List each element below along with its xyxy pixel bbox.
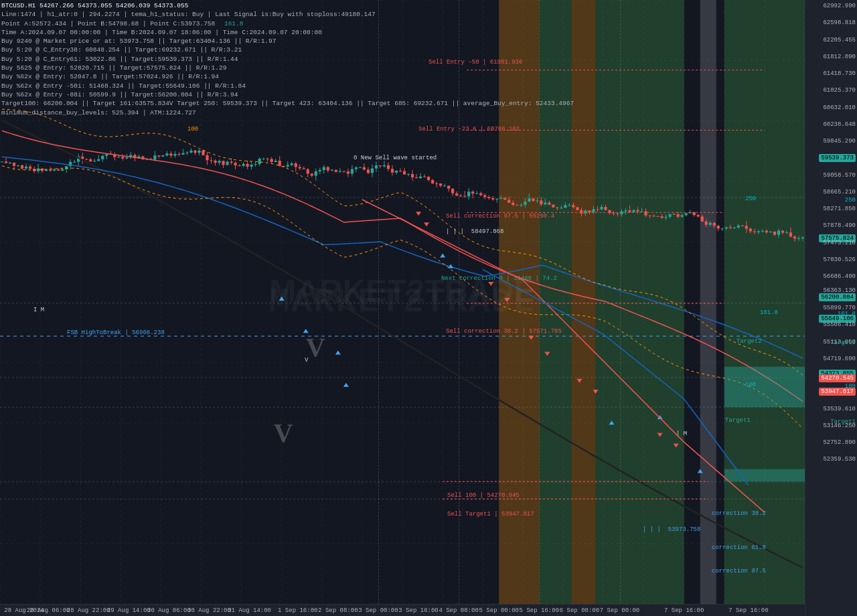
price-axis: 62992.99062598.81862205.45561812.0906141…	[805, 0, 857, 616]
price-label: 61812.090	[823, 54, 856, 60]
buy5: Buy %62x @ Entry: 52047.8 || Target:5702…	[1, 72, 574, 81]
price-label: 60632.010	[823, 104, 856, 111]
info-panel: BTCUSD.H1 54267.266 54373.055 54206.039 …	[1, 1, 574, 117]
price-label: 56686.490	[823, 273, 856, 280]
time-label: 7 Sep 16:00	[728, 607, 768, 614]
points-line: Point A:52572.434 | Point B:54798.68 | P…	[1, 19, 574, 28]
price-label: 61418.730	[823, 70, 856, 77]
time-label: 5 Sep 00:00	[479, 607, 519, 614]
symbol: BTCUSD.H1	[1, 2, 35, 9]
time-axis: 28 Aug 202428 Aug 06:0028 Aug 22:0029 Au…	[0, 604, 805, 616]
price-label: 54719.690	[823, 356, 856, 362]
time-label: 3 Sep 00:00	[358, 607, 398, 614]
time-label: 30 Aug 22:00	[187, 607, 231, 614]
price-label: 61025.370	[823, 87, 856, 94]
price-label: 53539.610	[823, 406, 856, 412]
price-label: 59845.290	[823, 138, 856, 145]
price-label: 59539.373	[819, 154, 856, 162]
targets-line: Target100: 66200.004 || Target 161:63575…	[1, 99, 574, 108]
price-label: 57878.490	[823, 222, 856, 229]
time-label: 2 Sep 08:00	[318, 607, 358, 614]
time-label: 1 Sep 16:00	[278, 607, 317, 614]
price-label: 58271.850	[823, 206, 856, 212]
chart-container: MARKET2TRADE 62992.99062598.81862205.455…	[0, 0, 857, 616]
price-label: 60238.648	[823, 121, 856, 128]
time-label: 4 Sep 08:00	[439, 607, 478, 614]
price-label: 62598.818	[823, 19, 856, 26]
minimum-line: minimum_distance_buy_levels: 525.394 | A…	[1, 108, 574, 117]
price-axis-label: Target2	[830, 339, 856, 346]
time-label: 7 Sep 16:00	[664, 607, 704, 614]
buy2: Buy 5:20 @ C_Entry38: 60848.254 || Targe…	[1, 46, 574, 54]
time-label: 7 Sep 00:00	[600, 607, 639, 614]
price-label: 59058.570	[823, 172, 856, 179]
price-label: 58665.210	[823, 189, 856, 196]
price-label: 54270.545	[819, 374, 856, 382]
time-label: 6 Sep 08:00	[560, 607, 599, 614]
line1474: Line:1474 | h1_atr:0 | 294.2274 | tema_h…	[1, 10, 574, 19]
buy1: Buy 9240 @ Market price or at: 53973.758…	[1, 37, 574, 46]
buy6: Buy %62x @ Entry -50i: 51468.324 || Targ…	[1, 82, 574, 90]
price-label: 62992.990	[823, 3, 856, 9]
price-label: 52359.530	[823, 456, 856, 463]
ohlc: 54267.266 54373.055 54206.039 54373.055	[40, 2, 188, 9]
buy7: Buy %62x @ Entry -88i: 50599.9 || Target…	[1, 90, 574, 99]
time-label: 29 Aug 14:00	[107, 607, 151, 614]
time-line: Time A:2024.09.07 00:00:00 | Time B:2024…	[1, 28, 574, 37]
symbol-line: BTCUSD.H1 54267.266 54373.055 54206.039 …	[1, 1, 574, 10]
price-axis-label: 250	[845, 197, 856, 204]
buy3: Buy 5:20 @ C_Entry61: 53022.86 || Target…	[1, 55, 574, 64]
time-label: 30 Aug 06:00	[147, 607, 191, 614]
price-label: 62205.455	[823, 37, 856, 44]
price-axis-label: 100	[845, 383, 856, 390]
time-label: 28 Aug 22:00	[67, 607, 110, 614]
price-label: 52752.890	[823, 439, 856, 446]
time-label: 3 Sep 16:00	[398, 607, 438, 614]
buy4: Buy 5625 @ Entry: 52820.715 || Target:57…	[1, 64, 574, 72]
time-label: 28 Aug 06:00	[27, 607, 70, 614]
price-label: 55506.410	[823, 321, 856, 328]
price-label: 56200.004	[819, 293, 856, 301]
price-axis-label: 161.8	[838, 311, 856, 317]
time-label: 5 Sep 16:00	[520, 607, 559, 614]
price-label: 57030.526	[823, 256, 856, 263]
price-label: 57473.210	[823, 240, 856, 246]
time-label: 31 Aug 14:00	[228, 607, 271, 614]
price-axis-label: Target1	[830, 418, 856, 425]
